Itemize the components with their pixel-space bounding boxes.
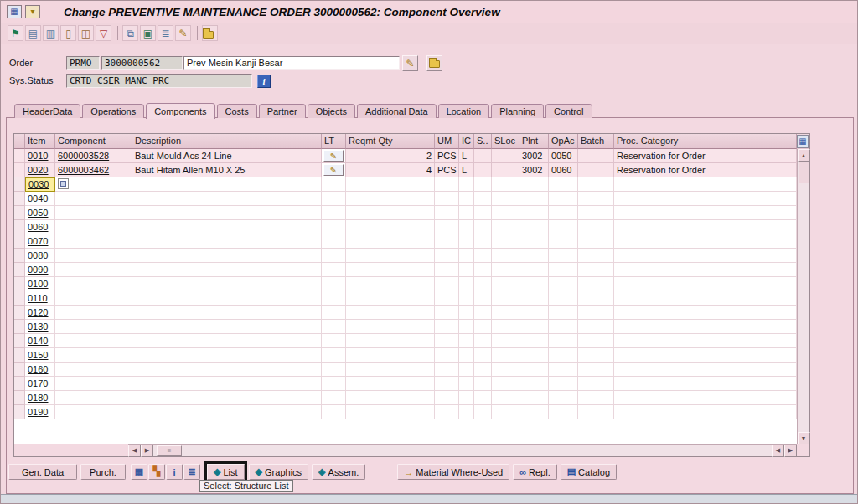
um-cell[interactable] bbox=[435, 363, 459, 377]
qty-cell[interactable] bbox=[346, 263, 435, 277]
item-cell[interactable]: 0020 bbox=[25, 163, 55, 177]
ic-cell[interactable] bbox=[459, 263, 474, 277]
s-cell[interactable] bbox=[474, 192, 492, 206]
sloc-cell[interactable] bbox=[492, 377, 519, 391]
um-cell[interactable] bbox=[435, 320, 459, 334]
um-cell[interactable] bbox=[435, 334, 459, 348]
row-selector[interactable] bbox=[14, 291, 25, 306]
s-cell[interactable] bbox=[474, 363, 492, 377]
catalog-button[interactable]: ▤Catalog bbox=[561, 464, 617, 480]
um-cell[interactable] bbox=[435, 234, 459, 249]
lt-cell[interactable] bbox=[322, 249, 346, 263]
plnt-cell[interactable] bbox=[519, 306, 549, 320]
category-cell[interactable] bbox=[614, 277, 797, 291]
batch-cell[interactable] bbox=[578, 263, 614, 277]
description-cell[interactable] bbox=[132, 405, 322, 419]
row-selector[interactable] bbox=[14, 149, 25, 163]
qty-cell[interactable] bbox=[346, 306, 435, 320]
row-selector[interactable] bbox=[14, 391, 25, 405]
component-cell[interactable] bbox=[55, 348, 132, 363]
row-selector[interactable] bbox=[14, 192, 25, 206]
component-cell[interactable] bbox=[55, 320, 132, 334]
batch-cell[interactable] bbox=[578, 291, 614, 306]
col-header-opac[interactable]: OpAc bbox=[549, 134, 578, 149]
item-cell[interactable]: 0130 bbox=[25, 320, 55, 334]
component-cell[interactable]: 6000003462 bbox=[55, 163, 132, 177]
scroll-down-button[interactable]: ▼ bbox=[798, 432, 810, 445]
category-cell[interactable] bbox=[614, 377, 797, 391]
ic-cell[interactable] bbox=[459, 306, 474, 320]
components-button[interactable]: ▣ bbox=[140, 25, 156, 41]
qty-cell[interactable] bbox=[346, 363, 435, 377]
item-cell[interactable]: 0160 bbox=[25, 363, 55, 377]
batch-cell[interactable] bbox=[578, 348, 614, 363]
col-header-um[interactable]: UM bbox=[435, 134, 459, 149]
qty-cell[interactable]: 4 bbox=[346, 163, 435, 177]
document-button[interactable]: ▯ bbox=[60, 25, 76, 41]
um-cell[interactable] bbox=[435, 177, 459, 192]
tab-control[interactable]: Control bbox=[545, 104, 592, 118]
item-cell[interactable]: 0110 bbox=[25, 291, 55, 306]
um-cell[interactable] bbox=[435, 263, 459, 277]
lt-cell[interactable] bbox=[322, 234, 346, 249]
info-button[interactable]: i bbox=[166, 464, 183, 480]
plnt-cell[interactable] bbox=[519, 263, 549, 277]
category-cell[interactable] bbox=[614, 391, 797, 405]
qty-cell[interactable] bbox=[346, 334, 435, 348]
s-cell[interactable] bbox=[474, 177, 492, 192]
qty-cell[interactable] bbox=[346, 177, 435, 192]
document-list-button[interactable]: ≣ bbox=[158, 25, 173, 41]
table-settings-button[interactable]: ▦ bbox=[797, 135, 809, 148]
component-cell[interactable] bbox=[55, 206, 132, 220]
qty-cell[interactable] bbox=[346, 391, 435, 405]
lt-cell[interactable] bbox=[322, 291, 346, 306]
batch-cell[interactable] bbox=[578, 405, 614, 419]
plnt-cell[interactable] bbox=[519, 234, 549, 249]
lt-cell[interactable]: ✎ bbox=[322, 163, 346, 177]
plnt-cell[interactable] bbox=[519, 391, 549, 405]
component-cell[interactable] bbox=[55, 234, 132, 249]
tab-additional-data[interactable]: Additional Data bbox=[357, 104, 437, 118]
row-selector[interactable] bbox=[14, 177, 25, 192]
col-header-item[interactable]: Item bbox=[25, 134, 55, 149]
item-cell[interactable]: 0070 bbox=[25, 234, 55, 249]
edit-button[interactable]: ✎ bbox=[175, 25, 191, 41]
row-selector[interactable] bbox=[14, 405, 25, 419]
um-cell[interactable] bbox=[435, 220, 459, 234]
category-cell[interactable] bbox=[614, 348, 797, 363]
s-cell[interactable] bbox=[474, 306, 492, 320]
ic-cell[interactable] bbox=[459, 277, 474, 291]
scroll-right-button[interactable]: ▶ bbox=[141, 445, 153, 457]
opac-cell[interactable] bbox=[549, 206, 578, 220]
sloc-cell[interactable] bbox=[492, 291, 519, 306]
qty-cell[interactable] bbox=[346, 192, 435, 206]
qty-cell[interactable] bbox=[346, 206, 435, 220]
tab-components[interactable]: Components bbox=[146, 103, 214, 119]
plnt-cell[interactable] bbox=[519, 220, 549, 234]
component-cell[interactable] bbox=[55, 249, 132, 263]
opac-cell[interactable] bbox=[549, 348, 578, 363]
qty-cell[interactable] bbox=[346, 220, 435, 234]
description-cell[interactable] bbox=[132, 291, 322, 306]
lt-cell[interactable] bbox=[322, 220, 346, 234]
um-cell[interactable] bbox=[435, 277, 459, 291]
row-selector[interactable] bbox=[14, 163, 25, 177]
category-cell[interactable] bbox=[614, 220, 797, 234]
row-selector[interactable] bbox=[14, 334, 25, 348]
col-header-lt[interactable]: LT bbox=[322, 134, 346, 149]
qty-cell[interactable] bbox=[346, 405, 435, 419]
item-cell[interactable]: 0050 bbox=[25, 206, 55, 220]
batch-cell[interactable] bbox=[578, 363, 614, 377]
tab-planning[interactable]: Planning bbox=[491, 104, 544, 118]
plnt-cell[interactable] bbox=[519, 320, 549, 334]
tab-costs[interactable]: Costs bbox=[217, 104, 257, 118]
opac-cell[interactable] bbox=[549, 391, 578, 405]
plnt-cell[interactable] bbox=[519, 249, 549, 263]
component-cell[interactable] bbox=[55, 291, 132, 306]
item-cell[interactable]: 0140 bbox=[25, 334, 55, 348]
sloc-cell[interactable] bbox=[492, 348, 519, 363]
component-cell[interactable] bbox=[55, 177, 132, 192]
s-cell[interactable] bbox=[474, 163, 492, 177]
tab-header-data[interactable]: HeaderData bbox=[14, 104, 80, 118]
s-cell[interactable] bbox=[474, 291, 492, 306]
